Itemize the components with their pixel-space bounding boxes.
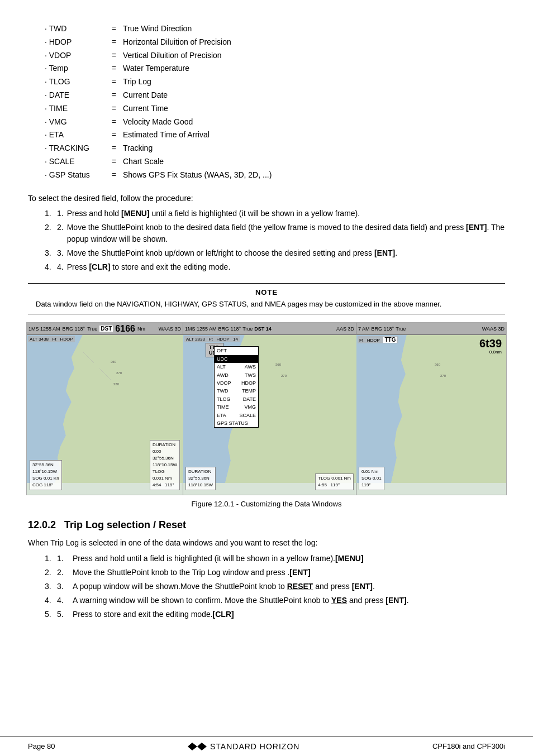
pm-row-time: TIMEVMG bbox=[215, 403, 258, 411]
abbr-eq: = bbox=[112, 49, 123, 63]
right-top-info: Ft HDOP TTG bbox=[358, 336, 398, 343]
mid-top-bar: 1MS 1255 AM BRG 118° True DST 14 AAS 3D bbox=[183, 323, 356, 335]
mid-info-bl: DURATION 32°55.36N 118°10.15W bbox=[185, 467, 216, 490]
left-alt-info: ALT 3438 Ft HDOP bbox=[28, 336, 75, 342]
select-procedure-intro: To select the desired field, follow the … bbox=[28, 192, 505, 204]
abbr-val: Tracking bbox=[123, 142, 153, 155]
triplog-intro: When Trip Log is selected in one of the … bbox=[28, 537, 505, 549]
right-waas: WAAS 3D bbox=[482, 326, 505, 332]
pm-row-twd: TWDTEMP bbox=[215, 387, 258, 395]
section-id: 12.0.2 bbox=[28, 519, 56, 530]
abbr-item: · VMG=Velocity Made Good bbox=[45, 116, 505, 129]
abbr-eq: = bbox=[112, 89, 123, 102]
pm-row-gps: GPS STATUS bbox=[215, 419, 258, 427]
abbr-item: · HDOP=Horizontal Diluition of Precision bbox=[45, 36, 505, 49]
abbr-val: Velocity Made Good bbox=[123, 116, 193, 129]
svg-marker-18 bbox=[188, 743, 197, 750]
mid-info-br: TLOG 0.001 Nm 4:55 119° bbox=[315, 473, 354, 490]
svg-text:360: 360 bbox=[275, 363, 282, 366]
triplog-step-item: 3.A popup window will be shown.Move the … bbox=[45, 581, 505, 592]
pm-row-oft: OFT bbox=[215, 347, 258, 355]
pm-row-eta: ETASCALE bbox=[215, 412, 258, 419]
figure-container: 1MS 1255 AM BRG 118° True DST 6166 Nm WA… bbox=[28, 322, 505, 508]
abbr-key: · SCALE bbox=[45, 155, 112, 169]
svg-text:270: 270 bbox=[116, 371, 122, 375]
right-true: True bbox=[396, 326, 406, 332]
footer-page: Page 80 bbox=[28, 742, 55, 750]
triplog-step-item: 1.Press and hold until a field is highli… bbox=[45, 553, 505, 564]
abbr-eq: = bbox=[112, 116, 123, 129]
svg-text:360: 360 bbox=[435, 363, 441, 366]
svg-text:360: 360 bbox=[111, 360, 117, 363]
note-title: NOTE bbox=[36, 288, 497, 296]
abbr-val: Horizontal Diluition of Precision bbox=[123, 36, 231, 49]
abbr-item: · TWD=True Wind Direction bbox=[45, 22, 505, 36]
abbr-item: · Temp=Water Temperature bbox=[45, 62, 505, 75]
abbr-eq: = bbox=[112, 62, 123, 75]
abbr-eq: = bbox=[112, 22, 123, 36]
mid-map-bg: 360 270 ALT 2833 Ft HDOP 14 TTGUDC OFT U… bbox=[183, 335, 356, 495]
svg-text:270: 270 bbox=[440, 374, 446, 377]
abbr-eq: = bbox=[112, 36, 123, 49]
triplog-step-item: 2.Move the ShuttlePoint knob to the Trip… bbox=[45, 567, 505, 578]
abbr-item: · VDOP=Vertical Diluition of Precision bbox=[45, 49, 505, 63]
abbr-val: Trip Log bbox=[123, 75, 151, 89]
abbr-key: · DATE bbox=[45, 89, 112, 102]
triplog-steps: 1.Press and hold until a field is highli… bbox=[45, 553, 505, 620]
left-waas: WAAS 3D bbox=[159, 326, 181, 332]
step-item: 1.Press and hold [MENU] until a field is… bbox=[45, 208, 505, 219]
abbr-val: Shows GPS Fix Status (WAAS, 3D, 2D, ...) bbox=[123, 169, 272, 182]
abbr-key: · GSP Status bbox=[45, 169, 112, 182]
svg-text:220: 220 bbox=[113, 382, 120, 386]
mid-true: True bbox=[242, 326, 253, 332]
left-info-br: DURATION 0:00 32°55.36N 118°10.15W TLOG … bbox=[150, 440, 180, 490]
abbr-item: · DATE=Current Date bbox=[45, 89, 505, 102]
right-sub: 0.0nm bbox=[489, 350, 502, 355]
pm-row-alt: ALTAWS bbox=[215, 363, 258, 371]
abbr-item: · GSP Status=Shows GPS Fix Status (WAAS,… bbox=[45, 169, 505, 182]
note-box: NOTE Data window field on the NAVIGATION… bbox=[28, 283, 505, 315]
abbr-key: · TIME bbox=[45, 102, 112, 116]
mid-waas: AAS 3D bbox=[336, 326, 354, 332]
map-panel-left: 1MS 1255 AM BRG 118° True DST 6166 Nm WA… bbox=[27, 323, 183, 495]
left-brg: BRG 118° bbox=[63, 326, 85, 332]
figure-image: 1MS 1255 AM BRG 118° True DST 6166 Nm WA… bbox=[26, 322, 507, 495]
triplog-step-item: 5.Press to store and exit the editing mo… bbox=[45, 609, 505, 620]
abbr-key: · HDOP bbox=[45, 36, 112, 49]
left-top-bar: 1MS 1255 AM BRG 118° True DST 6166 Nm WA… bbox=[27, 323, 183, 335]
logo-waves-icon bbox=[188, 741, 207, 752]
note-text: Data window field on the NAVIGATION, HIG… bbox=[36, 299, 497, 310]
abbr-key: · VDOP bbox=[45, 49, 112, 63]
abbr-val: Vertical Diluition of Precision bbox=[123, 49, 222, 63]
abbr-item: · TIME=Current Time bbox=[45, 102, 505, 116]
abbr-key: · TRACKING bbox=[45, 142, 112, 155]
step-item: 4.Press [CLR] to store and exit the edit… bbox=[45, 261, 505, 273]
pm-row-tlog: TLOGDATE bbox=[215, 395, 258, 403]
map-panel-middle: 1MS 1255 AM BRG 118° True DST 14 AAS 3D … bbox=[183, 323, 356, 495]
right-top-bar: 7 AM BRG 118° True WAAS 3D bbox=[356, 323, 506, 335]
right-time: 7 AM bbox=[358, 326, 370, 332]
footer-logo: STANDARD HORIZON bbox=[188, 741, 299, 752]
abbr-item: · ETA=Estimated Time of Arrival bbox=[45, 128, 505, 142]
abbr-key: · TWD bbox=[45, 22, 112, 36]
right-map-bg: 360 270 Ft HDOP TTG 6t39 0.0nm 0.01 Nm S… bbox=[356, 335, 506, 495]
abbr-item: · TLOG=Trip Log bbox=[45, 75, 505, 89]
pm-row-awd: AWDTWS bbox=[215, 371, 258, 379]
abbr-eq: = bbox=[112, 102, 123, 116]
right-map-svg: 360 270 bbox=[356, 335, 507, 483]
pm-row-udc: UDC bbox=[215, 355, 258, 363]
section-title: Trip Log selection / Reset bbox=[64, 519, 186, 530]
svg-text:270: 270 bbox=[281, 374, 287, 377]
mid-time: 1MS 1255 AM bbox=[185, 326, 217, 332]
left-map-bg: 360 270 220 ALT 3438 Ft HDOP 32°55.36N 1… bbox=[27, 335, 183, 495]
abbr-key: · ETA bbox=[45, 128, 112, 142]
left-dst-label: DST bbox=[99, 326, 113, 332]
right-info-bl: 0.01 Nm SOG 0.01 119° bbox=[359, 467, 384, 490]
left-info-overlay: 32°55.36N 118°10.15W SOG 0.01 Kn COG 118… bbox=[30, 460, 62, 490]
mid-dst-val: DST 14 bbox=[254, 326, 272, 332]
footer-brand: STANDARD HORIZON bbox=[210, 742, 299, 751]
abbr-item: · SCALE=Chart Scale bbox=[45, 155, 505, 169]
abbr-val: True Wind Direction bbox=[123, 22, 192, 36]
right-ttg-val: 6t39 bbox=[479, 337, 502, 350]
left-time: 1MS 1255 AM bbox=[28, 326, 60, 332]
